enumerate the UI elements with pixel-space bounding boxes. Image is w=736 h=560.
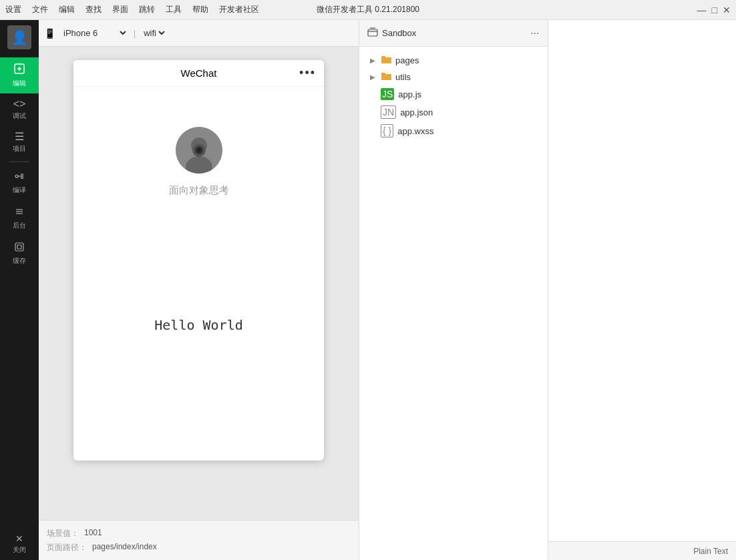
sandbox-label: Sandbox	[367, 27, 416, 39]
editor-panel: Plain Text	[548, 20, 737, 560]
network-select[interactable]: wifi 4G 3G	[141, 27, 167, 39]
menu-settings[interactable]: 设置	[5, 4, 21, 15]
phone-statusbar: WeChat •••	[73, 60, 324, 87]
path-value: pages/index/index	[92, 542, 157, 553]
compile-icon	[13, 170, 25, 184]
editor-panel-footer: Plain Text	[548, 541, 737, 560]
file-panel: Sandbox ··· ▶ pages ▶	[359, 20, 548, 560]
editor-mode-label: Plain Text	[693, 547, 728, 556]
phone-title: WeChat	[181, 67, 217, 79]
sidebar-item-project[interactable]: ☰ 项目	[0, 126, 39, 159]
simulator-area: 📱 iPhone 6 iPhone 5 iPhone 6 Plus | wifi…	[39, 20, 359, 560]
sandbox-icon	[367, 27, 378, 39]
svg-rect-9	[17, 245, 21, 249]
sidebar-item-cache[interactable]: 缓存	[0, 236, 39, 271]
tree-item-appjson[interactable]: JN app.json	[359, 103, 548, 121]
phone-avatar	[176, 127, 222, 174]
window-controls[interactable]: — □ ✕	[697, 5, 731, 15]
folder-icon-pages	[381, 55, 391, 66]
sidebar: 👤 编辑 <> 调试 ☰ 项目	[0, 20, 39, 560]
svg-point-3	[21, 174, 23, 176]
sidebar-backend-label: 后台	[13, 221, 26, 230]
svg-point-4	[21, 177, 23, 179]
sidebar-item-debug[interactable]: <> 调试	[0, 93, 39, 126]
file-panel-more-button[interactable]: ···	[530, 27, 539, 39]
svg-rect-8	[15, 243, 23, 251]
tree-item-pages[interactable]: ▶ pages	[359, 52, 548, 69]
svg-point-1	[15, 175, 18, 178]
scene-label: 场景值：	[47, 528, 79, 539]
simulator-toolbar: 📱 iPhone 6 iPhone 5 iPhone 6 Plus | wifi…	[39, 20, 359, 47]
tree-label-appwxss: app.wxss	[397, 126, 433, 136]
sidebar-close-icon: ✕	[15, 534, 23, 543]
sidebar-compile-label: 编译	[13, 186, 26, 195]
folder-icon-utils	[381, 71, 391, 83]
device-select[interactable]: iPhone 6 iPhone 5 iPhone 6 Plus	[61, 27, 128, 39]
menu-interface[interactable]: 界面	[112, 4, 128, 15]
wxss-icon-appwxss: { }	[381, 124, 393, 137]
avatar[interactable]: 👤	[7, 25, 31, 49]
simulator-frame: WeChat •••	[39, 47, 359, 520]
device-separator: |	[134, 29, 136, 38]
menu-tools[interactable]: 工具	[166, 4, 182, 15]
phone-frame: WeChat •••	[73, 60, 324, 461]
sidebar-edit-label: 编辑	[13, 79, 26, 88]
scene-value: 1001	[84, 528, 102, 539]
js-icon-appjs: JS	[381, 88, 394, 100]
menu-jump[interactable]: 跳转	[139, 4, 155, 15]
phone-hello-world: Hello World	[154, 317, 242, 333]
menu-help[interactable]: 帮助	[192, 4, 208, 15]
edit-icon	[13, 63, 25, 77]
tree-item-appjs[interactable]: JS app.js	[359, 85, 548, 103]
menu-file[interactable]: 文件	[32, 4, 48, 15]
simulator-footer: 场景值： 1001 页面路径： pages/index/index	[39, 520, 359, 560]
file-panel-header: Sandbox ···	[359, 20, 548, 47]
tree-arrow-utils: ▶	[370, 73, 377, 81]
title-bar: 设置 文件 编辑 查找 界面 跳转 工具 帮助 开发者社区 微信开发者工具 0.…	[0, 0, 736, 20]
tree-item-appwxss[interactable]: { } app.wxss	[359, 121, 548, 140]
tree-label-utils: utils	[395, 72, 411, 82]
sidebar-item-close[interactable]: ✕ 关闭	[0, 529, 39, 560]
tree-label-appjs: app.js	[398, 89, 421, 99]
sidebar-item-edit[interactable]: 编辑	[0, 57, 39, 93]
device-icon: 📱	[44, 28, 55, 39]
tree-label-appjson: app.json	[400, 107, 433, 117]
menu-edit[interactable]: 编辑	[59, 4, 75, 15]
tree-label-pages: pages	[395, 55, 419, 65]
sandbox-title: Sandbox	[382, 28, 416, 38]
json-icon-appjson: JN	[381, 105, 396, 119]
menu-find[interactable]: 查找	[85, 4, 102, 15]
backend-icon	[13, 206, 25, 219]
sidebar-close-label: 关闭	[13, 545, 26, 555]
app-title: 微信开发者工具 0.21.201800	[317, 4, 419, 15]
minimize-button[interactable]: —	[697, 5, 707, 15]
close-button[interactable]: ✕	[723, 5, 731, 15]
cache-icon	[13, 241, 25, 254]
sidebar-item-backend[interactable]: 后台	[0, 200, 39, 236]
svg-rect-16	[368, 29, 377, 36]
menu-devzone[interactable]: 开发者社区	[219, 4, 259, 15]
phone-menu-dots[interactable]: •••	[299, 66, 316, 80]
maximize-button[interactable]: □	[712, 5, 717, 15]
sidebar-project-label: 项目	[13, 144, 26, 154]
menu-bar[interactable]: 设置 文件 编辑 查找 界面 跳转 工具 帮助 开发者社区	[5, 4, 259, 15]
project-icon: ☰	[15, 131, 24, 142]
editor-content	[548, 20, 737, 541]
tree-arrow-pages: ▶	[370, 57, 377, 64]
path-label: 页面路径：	[47, 542, 87, 553]
sidebar-cache-label: 缓存	[13, 256, 26, 266]
phone-username: 面向对象思考	[169, 184, 229, 197]
file-tree: ▶ pages ▶ utils	[359, 47, 548, 560]
sidebar-debug-label: 调试	[13, 111, 26, 121]
phone-content: 面向对象思考 Hello World	[73, 87, 324, 461]
tree-item-utils[interactable]: ▶ utils	[359, 69, 548, 85]
sidebar-divider	[9, 162, 29, 162]
sidebar-item-compile[interactable]: 编译	[0, 165, 39, 200]
debug-icon: <>	[13, 99, 26, 109]
svg-point-15	[197, 148, 201, 152]
main-layout: 👤 编辑 <> 调试 ☰ 项目	[0, 20, 736, 560]
